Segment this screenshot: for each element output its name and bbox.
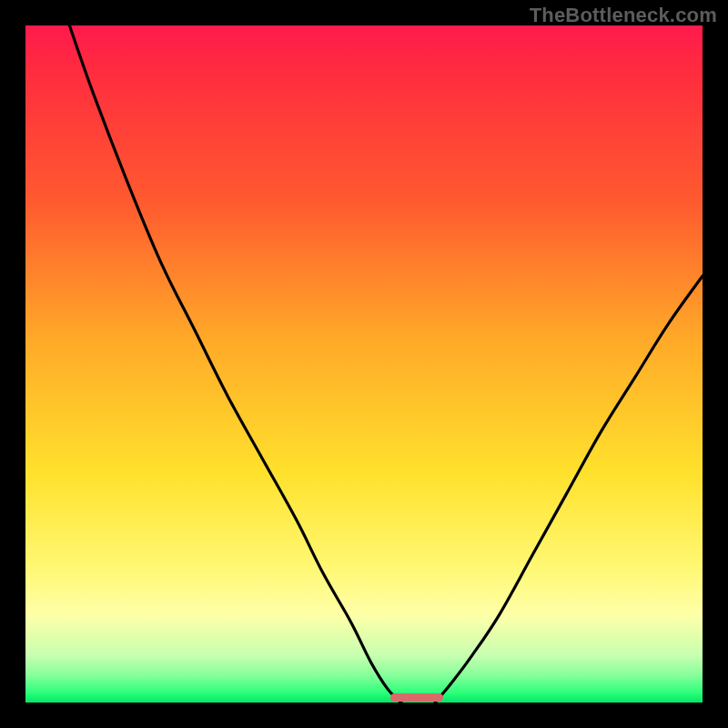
plot-area (25, 25, 703, 703)
chart-frame: TheBottleneck.com (0, 0, 728, 728)
right-branch-curve (435, 276, 703, 703)
watermark-text: TheBottleneck.com (530, 4, 717, 27)
curve-layer (25, 25, 703, 703)
left-branch-curve (69, 25, 401, 703)
notch-marker (390, 693, 443, 702)
